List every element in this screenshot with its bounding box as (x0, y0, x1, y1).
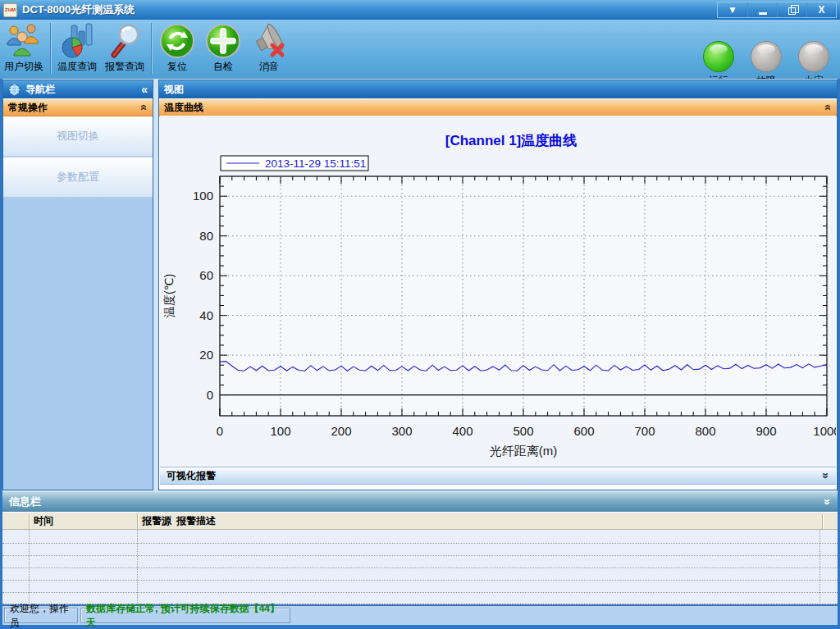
svg-text:60: 60 (199, 268, 213, 282)
toolbar-button-label: 消音 (259, 60, 279, 74)
sidebar-title: 导航栏 (25, 83, 55, 97)
close-button[interactable]: X (806, 2, 836, 17)
view-panel-header: 视图 (159, 80, 837, 98)
toolbar-separator (50, 23, 51, 74)
svg-text:100: 100 (193, 189, 213, 203)
toolbar-button-label: 温度查询 (57, 60, 97, 74)
temperature-query-button[interactable]: 温度查询 (54, 21, 100, 75)
column-header-time[interactable]: 时间 (34, 513, 53, 529)
svg-text:700: 700 (634, 424, 655, 438)
mute-button[interactable]: 消音 (247, 21, 291, 75)
info-bar-header: 信息栏 » (2, 492, 838, 512)
navigation-sidebar: 导航栏 « 常规操作 « 视图切换 参数配置 (2, 80, 153, 490)
selfcheck-icon (204, 23, 242, 59)
database-status: 数据库存储正常, 预计可持续保存数据【44】天 (80, 608, 290, 623)
app-logo-icon: ZHM (3, 3, 17, 17)
table-row (2, 581, 838, 593)
sidebar-collapse-icon[interactable]: « (141, 84, 148, 95)
visual-alarm-bar[interactable]: 可视化报警 » (160, 467, 836, 485)
svg-text:0: 0 (207, 388, 213, 402)
svg-text:100: 100 (270, 424, 290, 438)
self-check-button[interactable]: 自检 (201, 21, 245, 75)
globe-icon (8, 84, 21, 96)
sidebar-header: 导航栏 « (3, 80, 153, 98)
info-expand-icon[interactable]: » (822, 499, 833, 505)
svg-text:光纤距离(m): 光纤距离(m) (490, 444, 558, 458)
running-lamp-icon (703, 41, 734, 72)
svg-text:[Channel 1]温度曲线: [Channel 1]温度曲线 (445, 132, 578, 148)
magnifier-icon (106, 23, 144, 59)
minimize-button[interactable] (747, 2, 777, 17)
toolbar-button-label: 报警查询 (105, 60, 144, 74)
column-gridline (819, 530, 820, 604)
sidebar-item-view-switch[interactable]: 视图切换 (3, 116, 153, 157)
svg-text:800: 800 (695, 424, 715, 438)
toolbar-button-label: 复位 (167, 60, 187, 74)
section-collapse-icon[interactable]: « (139, 104, 150, 111)
restore-button[interactable] (777, 2, 806, 17)
users-icon (5, 23, 43, 59)
mute-icon (250, 23, 288, 59)
chart-region: 0100200300400500600700800900100002040608… (160, 116, 836, 467)
title-bar: ZHM DCT-8000光纤测温系统 ▼ X (0, 0, 840, 20)
table-row (2, 568, 838, 581)
column-header-alarm-description[interactable]: 报警描述 (176, 513, 216, 529)
visual-alarm-title: 可视化报警 (167, 469, 216, 483)
svg-text:0: 0 (217, 424, 223, 438)
curve-collapse-icon[interactable]: « (823, 104, 834, 111)
temperature-curve-title: 温度曲线 (164, 101, 203, 115)
svg-text:900: 900 (756, 424, 776, 438)
minimize-icon (759, 12, 767, 15)
svg-text:200: 200 (331, 424, 351, 438)
table-row (2, 544, 838, 556)
svg-text:40: 40 (199, 308, 213, 322)
table-row (2, 556, 838, 568)
column-gridline (137, 530, 138, 604)
svg-text:600: 600 (573, 424, 594, 438)
svg-text:20: 20 (199, 348, 213, 362)
section-title: 常规操作 (8, 101, 48, 115)
sidebar-section-header[interactable]: 常规操作 « (3, 98, 153, 116)
alarm-query-button[interactable]: 报警查询 (102, 21, 148, 75)
toolbar-button-label: 用户切换 (4, 60, 43, 74)
alarm-table-header: 时间 报警源 报警描述 (2, 512, 838, 530)
reset-button[interactable]: 复位 (155, 21, 199, 75)
temperature-chart: 0100200300400500600700800900100002040608… (160, 116, 836, 467)
chart-icon (58, 23, 96, 59)
svg-text:1000: 1000 (813, 424, 836, 438)
fire-lamp-icon (798, 41, 829, 72)
svg-text:温度(℃): 温度(℃) (162, 274, 176, 318)
svg-text:80: 80 (199, 229, 213, 243)
info-bar-title: 信息栏 (9, 495, 41, 509)
toolbar-button-label: 自检 (213, 60, 233, 74)
window-title: DCT-8000光纤测温系统 (22, 2, 135, 17)
welcome-status: 欢迎您，操作员 (4, 608, 78, 623)
table-row (2, 531, 838, 544)
column-divider (822, 514, 823, 529)
svg-text:400: 400 (452, 424, 472, 438)
fault-lamp-icon (751, 41, 782, 72)
temperature-curve-header[interactable]: 温度曲线 « (159, 98, 837, 116)
svg-text:500: 500 (513, 424, 533, 438)
column-header-alarm-source[interactable]: 报警源 (142, 513, 171, 529)
column-divider (29, 514, 30, 529)
svg-text:2013-11-29 15:11:51: 2013-11-29 15:11:51 (265, 157, 366, 170)
menu-dropdown-button[interactable]: ▼ (718, 2, 747, 17)
column-divider (137, 514, 138, 529)
alarm-expand-icon[interactable]: » (820, 472, 832, 479)
status-bar: 欢迎您，操作员 数据库存储正常, 预计可持续保存数据【44】天 (2, 606, 838, 625)
sidebar-item-parameter-config[interactable]: 参数配置 (3, 157, 153, 198)
window-controls: ▼ X (717, 2, 837, 18)
column-gridline (29, 530, 30, 604)
toolbar: 用户切换 温度查询 报警查询 (0, 20, 840, 79)
view-panel-title: 视图 (164, 83, 184, 97)
view-panel: 视图 温度曲线 « 010020030040050060070080090010… (158, 80, 838, 490)
restore-icon (788, 7, 796, 15)
alarm-table-body (2, 530, 838, 604)
user-switch-button[interactable]: 用户切换 (1, 21, 47, 75)
svg-text:300: 300 (391, 424, 412, 438)
toolbar-separator (151, 23, 152, 74)
reset-icon (158, 23, 196, 59)
